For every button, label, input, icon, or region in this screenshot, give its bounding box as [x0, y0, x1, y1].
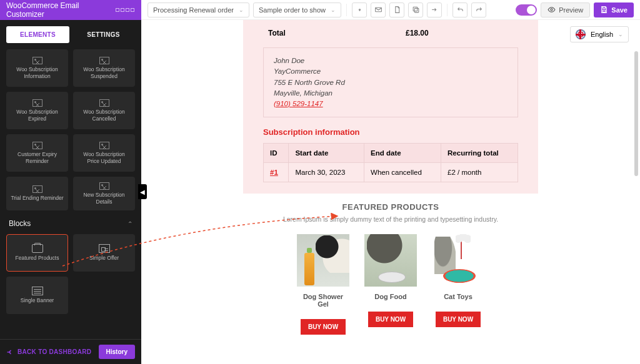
image-icon: [32, 142, 42, 149]
mail-test-icon[interactable]: [371, 2, 386, 17]
product-image: [297, 234, 349, 287]
th-total: Recurring total: [441, 144, 518, 163]
undo-icon[interactable]: [452, 2, 468, 17]
product-name: Dog Shower Gel: [297, 293, 349, 308]
image-icon: [32, 185, 42, 193]
section-label: Blocks: [9, 219, 31, 228]
image-icon: [99, 57, 109, 64]
product-item: Dog Shower Gel BUY NOW: [297, 234, 349, 335]
order-select-value: Sample order to show: [259, 6, 326, 14]
copy-icon[interactable]: [408, 2, 423, 17]
language-label: English: [591, 31, 613, 38]
save-icon: [600, 6, 608, 14]
scrollbar[interactable]: [634, 51, 638, 176]
subscription-table: ID Start date End date Recurring total #…: [263, 143, 518, 182]
flag-uk-icon: [576, 29, 586, 39]
chevron-down-icon: ⌄: [618, 31, 623, 37]
featured-products-block[interactable]: FEATURED PRODUCTS Lorem Ipsum is simply …: [243, 194, 538, 335]
block-simple-offer[interactable]: Simple Offer: [73, 234, 135, 272]
element-label: Trial Ending Reminder: [11, 195, 63, 201]
block-single-banner[interactable]: Single Banner: [6, 277, 68, 314]
product-name: Dog Food: [374, 293, 406, 300]
redo-icon[interactable]: [471, 2, 486, 17]
billing-address: John Doe YayCommerce 755 E North Grove R…: [263, 47, 518, 117]
divider: [447, 4, 448, 16]
address-name: John Doe: [274, 56, 508, 66]
back-label: BACK TO DASHBOARD: [18, 348, 91, 355]
subscription-id-link[interactable]: #1: [270, 169, 278, 176]
total-label: Total: [268, 29, 406, 37]
template-select[interactable]: Processing Renewal order ⌄: [148, 2, 249, 17]
element-woo-sub-cancelled[interactable]: Woo Subscription Cancelled: [73, 92, 135, 129]
image-icon: [99, 142, 109, 149]
address-street: 755 E North Grove Rd: [274, 77, 508, 88]
td-total: £2 / month: [441, 163, 518, 182]
block-label: Single Banner: [21, 297, 54, 303]
svg-rect-2: [414, 8, 419, 12]
sidebar: ELEMENTS SETTINGS Woo Subscription Infor…: [0, 20, 141, 364]
product-item: Dog Food BUY NOW: [364, 234, 417, 335]
layout-grid-icon[interactable]: [115, 7, 135, 12]
page-icon[interactable]: [389, 2, 404, 17]
svg-rect-3: [413, 7, 418, 11]
element-customer-expiry[interactable]: Customer Expiry Reminder: [6, 134, 68, 172]
chevron-down-icon: ⌄: [331, 7, 336, 13]
save-button[interactable]: Save: [594, 2, 634, 17]
save-label: Save: [611, 6, 628, 14]
chevron-up-icon: ⌃: [128, 220, 132, 227]
element-woo-sub-info[interactable]: Woo Subscription Information: [6, 49, 68, 87]
image-icon: [32, 57, 42, 64]
block-featured-products[interactable]: Featured Products: [6, 234, 68, 272]
image-icon: [32, 99, 42, 107]
preview-label: Preview: [559, 6, 583, 14]
buy-now-button[interactable]: BUY NOW: [436, 312, 481, 327]
svg-rect-5: [603, 7, 606, 9]
element-label: Woo Subscription Cancelled: [77, 109, 131, 121]
block-label: Simple Offer: [89, 255, 119, 261]
svg-rect-6: [603, 10, 606, 12]
reset-icon[interactable]: [427, 2, 442, 17]
app-title: WooCommerce Email Customizer: [6, 1, 102, 19]
buy-now-button[interactable]: BUY NOW: [301, 319, 346, 335]
order-select[interactable]: Sample order to show ⌄: [253, 2, 341, 17]
element-woo-sub-price-updated[interactable]: Woo Subscription Price Updated: [73, 134, 135, 172]
sidebar-collapse-handle[interactable]: ◀: [138, 184, 147, 199]
image-icon: [99, 182, 109, 190]
block-label: Featured Products: [16, 255, 59, 261]
element-woo-sub-expired[interactable]: Woo Subscription Expired: [6, 92, 68, 129]
buy-now-button[interactable]: BUY NOW: [368, 312, 413, 327]
eye-icon: [548, 6, 556, 14]
simple-offer-icon: [99, 244, 110, 253]
th-id: ID: [264, 144, 289, 163]
svg-point-4: [551, 9, 552, 11]
address-phone-link[interactable]: (910) 529-1147: [274, 100, 323, 107]
arrow-left-icon: [6, 348, 14, 356]
history-button[interactable]: History: [99, 345, 135, 359]
divider: [346, 4, 347, 16]
element-label: Woo Subscription Information: [10, 66, 64, 79]
th-end: End date: [364, 144, 441, 163]
back-to-dashboard-link[interactable]: BACK TO DASHBOARD: [6, 348, 91, 356]
live-preview-toggle[interactable]: [516, 4, 537, 16]
product-name: Cat Toys: [444, 293, 472, 300]
section-blocks[interactable]: Blocks ⌃: [6, 210, 135, 234]
element-trial-ending[interactable]: Trial Ending Reminder: [6, 177, 68, 210]
template-select-value: Processing Renewal order: [153, 6, 234, 14]
element-label: Customer Expiry Reminder: [10, 151, 64, 164]
featured-products-icon: [32, 244, 43, 253]
element-woo-sub-suspended[interactable]: Woo Subscription Suspended: [73, 49, 135, 87]
tab-settings[interactable]: SETTINGS: [72, 26, 135, 43]
featured-title: FEATURED PRODUCTS: [243, 202, 538, 212]
preview-button[interactable]: Preview: [541, 2, 590, 17]
td-end: When cancelled: [364, 163, 441, 182]
th-start: Start date: [289, 144, 364, 163]
image-icon: [99, 99, 109, 107]
info-icon[interactable]: [352, 2, 367, 17]
product-item: Cat Toys BUY NOW: [432, 234, 484, 335]
element-new-sub-details[interactable]: New Subscription Details: [73, 177, 135, 210]
tab-elements[interactable]: ELEMENTS: [6, 26, 69, 43]
address-city: Mayville, Michigan: [274, 88, 508, 99]
email-canvas: English ⌄ Total £18.00 John Doe YayComme…: [141, 20, 640, 364]
language-select[interactable]: English ⌄: [570, 26, 629, 42]
td-start: March 30, 2023: [289, 163, 364, 182]
